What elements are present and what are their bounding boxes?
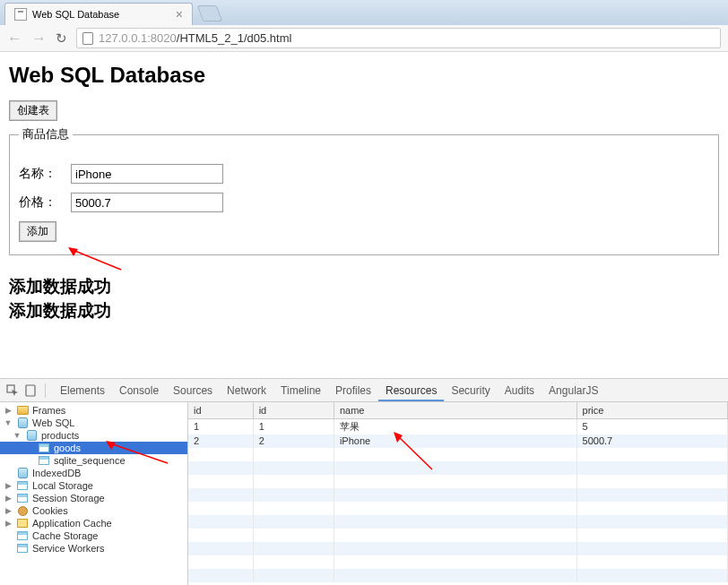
table-cell (576, 529, 727, 542)
browser-tab-bar: Web SQL Database × (0, 0, 728, 25)
tree-item-service-workers[interactable]: Service Workers (0, 542, 187, 555)
price-input[interactable] (71, 193, 223, 212)
tree-item-session-storage[interactable]: ▶Session Storage (0, 492, 187, 504)
data-table[interactable]: ididnameprice 11苹果522iPhone5000.7 (188, 402, 728, 585)
tree-label: Cookies (32, 505, 68, 516)
page-icon (14, 8, 27, 21)
create-table-button[interactable]: 创建表 (9, 100, 57, 121)
column-header[interactable]: id (188, 402, 253, 418)
close-icon[interactable]: × (176, 8, 183, 21)
inspect-icon[interactable] (5, 383, 20, 398)
table-cell (253, 488, 334, 502)
devtools-tabbar: ElementsConsoleSourcesNetworkTimelinePro… (0, 379, 728, 402)
table-cell (188, 488, 253, 502)
table-cell (253, 555, 334, 569)
table-cell (334, 475, 576, 488)
tree-item-cookies[interactable]: ▶Cookies (0, 504, 187, 517)
devtools-tab-resources[interactable]: Resources (378, 380, 444, 401)
page-content: Web SQL Database 创建表 商品信息 名称： 价格： 添加 添加数… (0, 52, 728, 332)
devtools-tab-network[interactable]: Network (220, 380, 273, 401)
table-cell (576, 569, 727, 582)
tree-item-application-cache[interactable]: ▶Application Cache (0, 517, 187, 529)
browser-tab[interactable]: Web SQL Database × (4, 3, 193, 25)
tree-label: Web SQL (32, 417, 75, 428)
table-cell (253, 502, 334, 515)
table-cell (576, 515, 727, 529)
table-cell (253, 475, 334, 488)
table-row[interactable] (188, 515, 728, 529)
column-header[interactable]: price (576, 402, 727, 418)
resources-tree[interactable]: ▶Frames▼Web SQL▼productsgoodssqlite_sequ… (0, 402, 188, 585)
tree-item-sqlite_sequence[interactable]: sqlite_sequence (0, 454, 187, 467)
table-cell (334, 448, 576, 461)
tree-item-goods[interactable]: goods (0, 442, 187, 454)
table-row[interactable]: 11苹果5 (188, 418, 728, 434)
table-row[interactable] (188, 555, 728, 569)
address-bar[interactable]: 127.0.0.1:8020/HTML5_2_1/d05.html (76, 28, 721, 48)
tab-title: Web SQL Database (32, 9, 119, 20)
add-button[interactable]: 添加 (19, 221, 56, 242)
devtools-tab-profiles[interactable]: Profiles (328, 380, 378, 401)
tree-item-cache-storage[interactable]: Cache Storage (0, 529, 187, 542)
devtools-tab-sources[interactable]: Sources (166, 380, 220, 401)
tree-item-frames[interactable]: ▶Frames (0, 404, 187, 417)
db-icon (16, 417, 29, 428)
table-row[interactable]: 22iPhone5000.7 (188, 434, 728, 448)
tbl-icon (16, 543, 29, 554)
tree-label: sqlite_sequence (54, 455, 126, 466)
tree-label: Session Storage (32, 493, 105, 503)
tbl-icon (16, 493, 29, 503)
tree-label: goods (54, 443, 81, 453)
devtools-tab-elements[interactable]: Elements (53, 380, 112, 401)
column-header[interactable]: name (334, 402, 576, 418)
tree-item-local-storage[interactable]: ▶Local Storage (0, 479, 187, 492)
success-message: 添加数据成功 (9, 299, 719, 323)
table-cell (334, 542, 576, 555)
table-cell (253, 569, 334, 582)
tree-label: Application Cache (32, 518, 112, 529)
reload-icon[interactable]: ↻ (56, 30, 67, 47)
column-header[interactable]: id (253, 402, 334, 418)
table-row[interactable] (188, 529, 728, 542)
devtools-tab-angularjs[interactable]: AngularJS (542, 380, 605, 401)
tbl-icon (38, 455, 50, 466)
table-row[interactable] (188, 461, 728, 475)
new-tab-button[interactable] (197, 5, 223, 22)
devtools-tab-security[interactable]: Security (444, 380, 497, 401)
table-cell: 2 (188, 434, 253, 448)
table-cell (188, 448, 253, 461)
devtools-tab-console[interactable]: Console (112, 380, 166, 401)
table-row[interactable] (188, 448, 728, 461)
devtools-tab-audits[interactable]: Audits (498, 380, 542, 401)
table-row[interactable] (188, 488, 728, 502)
cache-icon (16, 518, 29, 529)
forward-icon[interactable]: → (31, 30, 47, 47)
back-icon[interactable]: ← (7, 30, 22, 47)
table-cell (188, 569, 253, 582)
table-cell (188, 555, 253, 569)
name-input[interactable] (71, 164, 223, 184)
table-cell (334, 502, 576, 515)
table-cell (576, 488, 727, 502)
device-icon[interactable] (23, 383, 38, 398)
tree-item-products[interactable]: ▼products (0, 429, 187, 442)
devtools-tab-timeline[interactable]: Timeline (273, 380, 328, 401)
tbl-icon (38, 443, 50, 453)
table-row[interactable] (188, 475, 728, 488)
tree-label: Frames (32, 405, 65, 416)
table-cell (253, 515, 334, 529)
svg-rect-1 (26, 385, 35, 396)
table-cell: 1 (253, 418, 334, 434)
table-cell (334, 569, 576, 582)
tree-item-indexeddb[interactable]: IndexedDB (0, 467, 187, 479)
folder-icon (16, 405, 29, 416)
tree-label: Cache Storage (32, 530, 98, 541)
table-cell (576, 475, 727, 488)
table-cell (334, 555, 576, 569)
table-cell (576, 461, 727, 475)
table-row[interactable] (188, 569, 728, 582)
table-cell (334, 488, 576, 502)
tree-item-web-sql[interactable]: ▼Web SQL (0, 417, 187, 429)
table-row[interactable] (188, 542, 728, 555)
table-row[interactable] (188, 502, 728, 515)
